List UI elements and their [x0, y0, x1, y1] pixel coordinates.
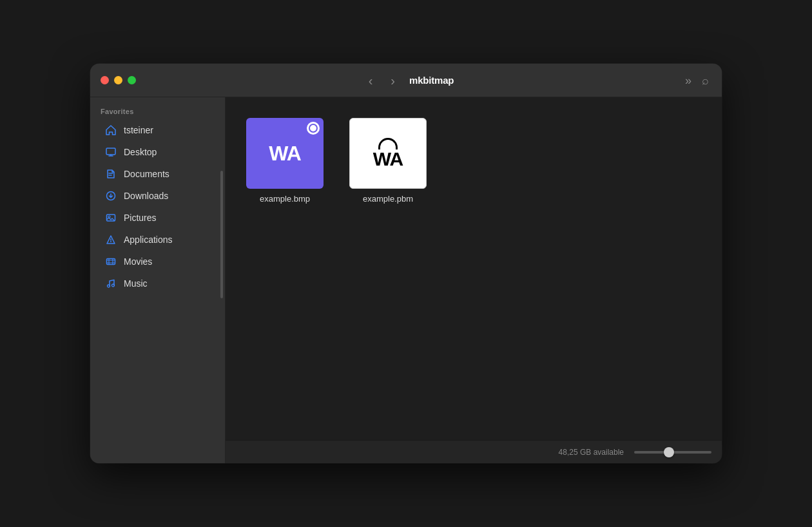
sidebar-item-label-downloads: Downloads: [124, 191, 168, 201]
slider-track: [634, 451, 711, 454]
file-area: WA example.bmp WA example.pbm: [226, 97, 722, 440]
file-item-bmp[interactable]: WA example.bmp: [241, 113, 329, 209]
svg-rect-5: [107, 259, 115, 265]
home-icon: [104, 124, 117, 137]
bmp-wa-label: WA: [269, 142, 301, 166]
sidebar-item-documents[interactable]: Documents: [94, 163, 221, 185]
sidebar-item-movies[interactable]: Movies: [94, 251, 221, 273]
sidebar-item-applications[interactable]: Applications: [94, 229, 221, 251]
file-item-pbm[interactable]: WA example.pbm: [344, 113, 432, 209]
sidebar-item-pictures[interactable]: Pictures: [94, 207, 221, 229]
sidebar-item-label-music: Music: [124, 278, 148, 289]
desktop-icon: [104, 146, 117, 158]
file-name-pbm: example.pbm: [363, 194, 413, 204]
slider-thumb: [664, 447, 674, 457]
search-button[interactable]: ⌕: [699, 72, 711, 89]
svg-point-4: [110, 241, 111, 242]
traffic-lights: [101, 76, 136, 84]
pbm-wa-label: WA: [373, 149, 403, 169]
content-area: Favorites tsteiner Desktop: [90, 97, 722, 463]
sidebar: Favorites tsteiner Desktop: [90, 97, 226, 463]
applications-icon: [104, 233, 117, 246]
titlebar: ‹ › mkbitmap » ⌕: [90, 64, 722, 97]
file-thumbnail-pbm: WA: [349, 118, 427, 189]
documents-icon: [104, 168, 117, 180]
window-title: mkbitmap: [409, 75, 454, 86]
svg-point-6: [108, 285, 110, 287]
sidebar-scrollbar[interactable]: [220, 171, 223, 299]
titlebar-right: » ⌕: [682, 72, 711, 89]
sidebar-item-music[interactable]: Music: [94, 273, 221, 294]
sidebar-item-label-tsteiner: tsteiner: [124, 125, 153, 135]
downloads-icon: [104, 189, 117, 202]
pictures-icon: [104, 211, 117, 224]
svg-point-3: [108, 216, 110, 218]
forward-button[interactable]: ›: [387, 72, 399, 90]
back-button[interactable]: ‹: [365, 72, 377, 90]
svg-rect-0: [106, 148, 115, 155]
sidebar-item-downloads[interactable]: Downloads: [94, 185, 221, 207]
sidebar-item-label-documents: Documents: [124, 169, 169, 179]
movies-icon: [104, 255, 117, 268]
bmp-badge: [307, 122, 320, 135]
sidebar-item-desktop[interactable]: Desktop: [94, 141, 221, 163]
file-thumbnail-bmp: WA: [246, 118, 324, 189]
sidebar-item-label-desktop: Desktop: [124, 147, 157, 157]
sidebar-item-tsteiner[interactable]: tsteiner: [94, 119, 221, 141]
finder-window: ‹ › mkbitmap » ⌕ Favorites tsteiner: [90, 64, 722, 463]
sidebar-item-label-pictures: Pictures: [124, 213, 157, 223]
close-button[interactable]: [101, 76, 109, 84]
main-content: WA example.bmp WA example.pbm 48,25 GB a…: [226, 97, 722, 463]
file-name-bmp: example.bmp: [260, 194, 310, 204]
sidebar-item-label-movies: Movies: [124, 256, 152, 267]
titlebar-center: ‹ › mkbitmap: [136, 72, 682, 90]
music-icon: [104, 277, 117, 290]
sidebar-section-label: Favorites: [90, 108, 225, 119]
more-button[interactable]: »: [682, 72, 694, 89]
svg-point-7: [112, 284, 115, 287]
sidebar-item-label-applications: Applications: [124, 235, 173, 245]
status-bar: 48,25 GB available: [226, 440, 722, 463]
size-slider[interactable]: [634, 451, 711, 454]
minimize-button[interactable]: [114, 76, 122, 84]
storage-status: 48,25 GB available: [559, 448, 624, 457]
maximize-button[interactable]: [128, 76, 136, 84]
